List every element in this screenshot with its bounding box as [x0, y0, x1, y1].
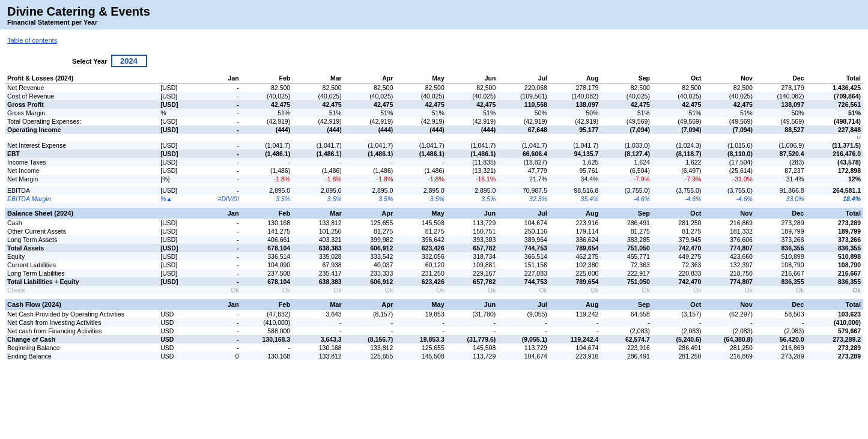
cf-operating: Net Cash Provided by Operating Activitie…	[5, 310, 863, 318]
toc-link[interactable]: Table of contents	[7, 37, 57, 44]
bs-total-liab-equity: Total Liabilities + Equity [USD] - 678,1…	[5, 277, 863, 286]
bs-cash: Cash [USD] - 130,168 133,812 125,655 145…	[5, 219, 863, 227]
section-spacer-2	[5, 294, 863, 299]
main-content: Profit & Losses (2024) Jan Feb Mar Apr M…	[0, 71, 868, 363]
section-spacer-1	[5, 203, 863, 208]
pnl-total-opex: Total Operating Expenses: [USD] - (42,91…	[5, 117, 863, 126]
bs-other-current: Other Current Assets [USD] - 141,275 101…	[5, 227, 863, 235]
pnl-income-taxes: Income Taxes [USD] - - - - - (11,835) (1…	[5, 158, 863, 166]
select-year-row: Select Year	[72, 55, 868, 67]
pnl-gross-profit: Gross Profit [USD] - 42,475 42,475 42,47…	[5, 100, 863, 109]
cf-beginning-balance: Beginning Balance USD - - 130,168 133,81…	[5, 344, 863, 352]
cf-ending-balance: Ending Balance USD 0 130,168 133,812 125…	[5, 352, 863, 360]
pnl-net-revenue: Net Revenue [USD] - 82,500 82,500 82,500…	[5, 83, 863, 92]
header-section: Divine Catering & Events Financial State…	[0, 0, 868, 29]
bs-check: Check Ok Ok Ok Ok Ok Ok Ok Ok Ok Ok Ok O…	[5, 286, 863, 294]
pnl-cost-of-revenue: Cost of Revenue [USD] - (40,025) (40,025…	[5, 92, 863, 100]
cf-investing: Net Cash from Investing Activities USD -…	[5, 318, 863, 327]
bs-equity: Equity [USD] - 336,514 335,028 333,542 3…	[5, 252, 863, 261]
pnl-ebitda: EBITDA [USD] - 2,895.0 2,895.0 2,895.0 2…	[5, 186, 863, 195]
bs-current-liabilities: Current Liabilities [USD] - 104,090 67,9…	[5, 261, 863, 269]
company-title: Divine Catering & Events	[7, 5, 861, 19]
pnl-u-row: U	[5, 134, 863, 141]
pnl-gross-margin: Gross Margin % - 51% 51% 51% 51% 51% 50%…	[5, 109, 863, 117]
cf-change-of-cash: Change of Cash USD - 130,168.3 3,643.3 (…	[5, 335, 863, 344]
year-input[interactable]	[111, 55, 147, 67]
financial-table: Profit & Losses (2024) Jan Feb Mar Apr M…	[5, 73, 863, 360]
pnl-header-row: Profit & Losses (2024) Jan Feb Mar Apr M…	[5, 73, 863, 83]
bs-long-term-liabilities: Long Term Liabilities [USD] - 237,500 23…	[5, 269, 863, 277]
toc-area: Table of contents	[0, 29, 868, 50]
pnl-net-interest: Net Interest Expense [USD] - (1,041.7) (…	[5, 141, 863, 150]
pnl-net-income: Net Income [USD] - (1,486) (1,486) (1,48…	[5, 166, 863, 175]
balance-section-header: Balance Sheet (2024) Jan Feb Mar Apr May…	[5, 208, 863, 219]
pnl-section-header: Profit & Losses (2024)	[5, 73, 158, 83]
pnl-ebitda-margin: EBITDA Margin %▲ #DIV/0! 3.5% 3.5% 3.5% …	[5, 195, 863, 203]
cf-financing: Net cash from Financing Activities USD -…	[5, 327, 863, 335]
bs-long-term-assets: Long Term Assets [USD] - 406,661 403,321…	[5, 235, 863, 244]
pnl-operating-income: Operating Income [USD] - (444) (444) (44…	[5, 126, 863, 134]
cf-section-header: Cash Flow (2024) Jan Feb Mar Apr May Jun…	[5, 299, 863, 310]
select-year-label: Select Year	[72, 58, 108, 65]
subtitle: Financial Statement per Year	[7, 19, 861, 26]
pnl-ebt: EBT [USD] - (1,486.1) (1,486.1) (1,486.1…	[5, 150, 863, 158]
pnl-net-margin: Net Margin [%] - -1.8% -1.8% -1.8% -1.8%…	[5, 175, 863, 183]
bs-total-assets: Total Assets [USD] - 678,104 638,383 606…	[5, 244, 863, 252]
